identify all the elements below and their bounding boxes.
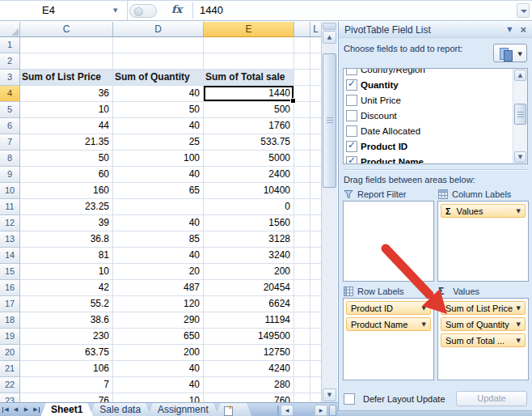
cell-E12[interactable]: 1560 xyxy=(204,215,294,231)
cell-C9[interactable]: 60 xyxy=(20,167,113,183)
cell-C23[interactable]: 76 xyxy=(20,393,113,402)
dropdown-icon[interactable]: ▼ xyxy=(517,337,521,344)
formula-bar-expand-button[interactable] xyxy=(517,3,530,18)
row-header-18[interactable]: 18 xyxy=(0,312,20,329)
cell-blank[interactable] xyxy=(310,53,321,70)
defer-layout-checkbox[interactable] xyxy=(344,393,355,405)
cell-blank[interactable] xyxy=(294,102,310,118)
column-header-d[interactable]: D xyxy=(113,22,204,37)
cell-blank[interactable] xyxy=(310,167,321,183)
pivot-field-button-values[interactable]: ΣValues▼ xyxy=(441,204,526,218)
cell-C21[interactable]: 106 xyxy=(20,361,113,377)
cell-blank[interactable] xyxy=(310,280,321,296)
cell-blank[interactable] xyxy=(294,134,310,151)
row-header-21[interactable]: 21 xyxy=(0,361,20,377)
cell-blank[interactable] xyxy=(310,264,321,280)
cell-blank[interactable] xyxy=(294,248,310,264)
tab-split-handle[interactable] xyxy=(277,405,279,415)
cell-C13[interactable]: 36.8 xyxy=(20,231,113,248)
field-item-product-id[interactable]: Product ID xyxy=(344,138,513,154)
cell-D15[interactable]: 20 xyxy=(113,264,204,280)
cell-C16[interactable]: 42 xyxy=(20,280,113,296)
row-header-16[interactable]: 16 xyxy=(0,280,20,296)
row-labels-area[interactable]: Product ID▼Product Name▼ xyxy=(343,298,434,380)
cell-blank[interactable] xyxy=(310,296,321,312)
cell-blank[interactable] xyxy=(310,70,321,86)
hscroll-split-box[interactable] xyxy=(329,405,336,416)
cell-blank[interactable] xyxy=(310,199,321,215)
cell-D10[interactable]: 65 xyxy=(113,183,204,199)
cell-E18[interactable]: 11194 xyxy=(204,312,294,329)
report-filter-area[interactable] xyxy=(343,201,434,282)
field-item-unit-price[interactable]: Unit Price xyxy=(344,92,513,108)
cell-blank[interactable] xyxy=(294,86,310,102)
dropdown-icon[interactable]: ▼ xyxy=(517,321,521,328)
field-checkbox[interactable] xyxy=(346,79,357,91)
dropdown-icon[interactable]: ▼ xyxy=(422,321,426,328)
row-header-1[interactable]: 1 xyxy=(0,37,20,53)
cell-E1[interactable] xyxy=(204,37,294,53)
layout-options-button[interactable]: ▼ xyxy=(493,44,527,62)
cell-blank[interactable] xyxy=(294,393,310,402)
row-header-5[interactable]: 5 xyxy=(0,102,20,118)
cell-D8[interactable]: 100 xyxy=(113,151,204,167)
previous-sheet-button[interactable]: ◀ xyxy=(11,403,21,416)
cell-C2[interactable] xyxy=(20,53,113,70)
cell-C8[interactable]: 50 xyxy=(20,151,113,167)
cell-D11[interactable] xyxy=(113,199,204,215)
cell-blank[interactable] xyxy=(310,118,321,134)
cell-blank[interactable] xyxy=(310,312,321,329)
close-icon[interactable]: × xyxy=(520,24,526,35)
split-handle[interactable] xyxy=(323,23,336,30)
cell-C4[interactable]: 36 xyxy=(20,86,113,102)
column-labels-area[interactable]: ΣValues▼ xyxy=(437,201,529,282)
row-header-2[interactable]: 2 xyxy=(0,53,20,70)
cell-blank[interactable] xyxy=(310,86,321,102)
cell-blank[interactable] xyxy=(294,345,310,361)
pivot-field-button-product-id[interactable]: Product ID▼ xyxy=(346,301,431,315)
next-sheet-button[interactable]: ▶ xyxy=(21,403,32,416)
sheet-tab-sheet1[interactable]: Sheet1 xyxy=(40,403,93,416)
cell-D14[interactable]: 40 xyxy=(113,248,204,264)
panel-title-bar[interactable]: PivotTable Field List ▼ × xyxy=(339,22,532,38)
column-header-blank[interactable] xyxy=(294,22,310,37)
cell-E16[interactable]: 20454 xyxy=(204,280,294,296)
cell-E22[interactable]: 280 xyxy=(204,377,294,393)
cell-blank[interactable] xyxy=(294,199,310,215)
first-sheet-button[interactable]: ◀ xyxy=(0,403,11,416)
hscroll-right-button[interactable]: ▶ xyxy=(315,405,327,416)
cell-E13[interactable]: 3128 xyxy=(204,231,294,248)
row-header-6[interactable]: 6 xyxy=(0,118,20,134)
field-item-date-allocated[interactable]: Date Allocated xyxy=(344,123,513,138)
cell-C5[interactable]: 10 xyxy=(20,102,113,118)
row-header-10[interactable]: 10 xyxy=(0,183,20,199)
cell-C17[interactable]: 55.2 xyxy=(20,296,113,312)
scroll-thumb[interactable] xyxy=(514,104,526,125)
vertical-scrollbar[interactable]: ▲ ▼ xyxy=(321,22,337,402)
cell-D5[interactable]: 50 xyxy=(113,102,204,118)
dropdown-icon[interactable]: ▼ xyxy=(517,305,521,312)
pivot-field-button-sum-of-list-price[interactable]: Sum of List Price▼ xyxy=(441,301,526,315)
cell-blank[interactable] xyxy=(310,361,321,377)
update-button[interactable]: Update xyxy=(456,391,527,406)
cell-blank[interactable] xyxy=(310,377,321,393)
field-checkbox[interactable] xyxy=(346,156,357,165)
values-area[interactable]: Sum of List Price▼Sum of Quantity▼Sum of… xyxy=(437,298,529,380)
cell-C1[interactable] xyxy=(20,37,113,53)
cell-D23[interactable]: 10 xyxy=(113,393,204,402)
cell-E4[interactable]: 1440 xyxy=(204,86,294,102)
cell-D3[interactable]: Sum of Quantity xyxy=(113,70,204,86)
column-header-e[interactable]: E xyxy=(204,22,294,37)
cell-blank[interactable] xyxy=(294,312,310,329)
row-header-13[interactable]: 13 xyxy=(0,231,20,248)
field-checkbox[interactable] xyxy=(346,141,357,152)
name-box-dropdown-icon[interactable]: ▼ xyxy=(113,7,117,14)
pivot-field-button-sum-of-quantity[interactable]: Sum of Quantity▼ xyxy=(441,317,526,331)
row-header-7[interactable]: 7 xyxy=(0,134,20,151)
cell-E17[interactable]: 6624 xyxy=(204,296,294,312)
cell-blank[interactable] xyxy=(294,37,310,53)
formula-input[interactable]: 1440 xyxy=(200,1,223,20)
cell-C22[interactable]: 7 xyxy=(20,377,113,393)
cell-D12[interactable]: 40 xyxy=(113,215,204,231)
field-list-scrollbar[interactable]: ▲ ▼ xyxy=(513,69,527,163)
